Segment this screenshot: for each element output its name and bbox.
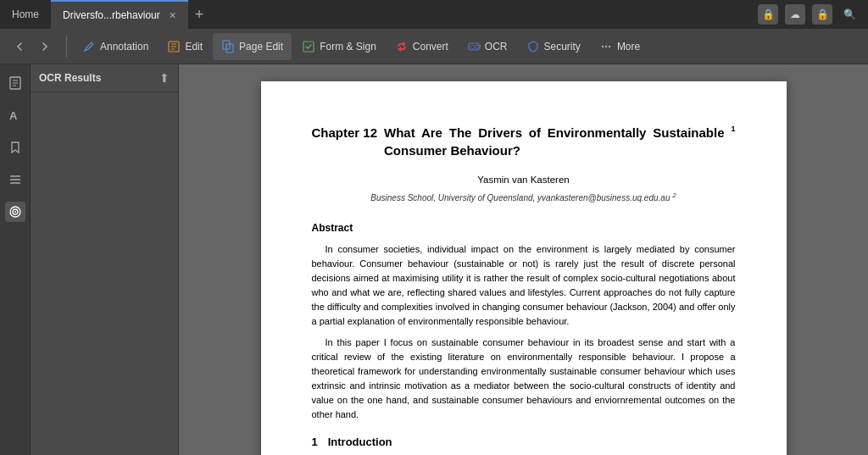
edit-label: Edit — [185, 41, 203, 53]
sidebar: A — [0, 64, 31, 455]
svg-point-6 — [602, 45, 604, 47]
document-area[interactable]: Chapter 12 What Are The Drivers of Envir… — [179, 64, 868, 455]
abstract-title: Abstract — [312, 220, 736, 236]
sidebar-page-icon[interactable] — [5, 73, 25, 93]
ocr-tool-button[interactable]: OCR OCR — [459, 33, 516, 60]
pen-icon — [82, 40, 96, 53]
abstract-para-1: In consumer societies, individual impact… — [312, 242, 736, 329]
tab-home-label: Home — [12, 8, 39, 20]
left-panel: OCR Results ⬆ — [31, 64, 179, 455]
ocr-label: OCR — [485, 41, 508, 53]
svg-point-8 — [609, 45, 610, 47]
abstract-para-2: In this paper I focus on sustainable con… — [312, 336, 736, 422]
toolbar-nav — [8, 36, 67, 58]
chapter-prefix: Chapter 12 — [312, 124, 378, 159]
svg-rect-3 — [303, 42, 314, 52]
tab-icon-group: 🔒 ☁ 🔒 🔍 — [758, 4, 868, 25]
page-edit-icon — [221, 40, 235, 53]
doc-author: Yasmin van Kasteren — [312, 173, 736, 187]
annotation-label: Annotation — [100, 41, 148, 53]
sidebar-text-icon[interactable]: A — [5, 105, 25, 125]
tab-add-button[interactable]: + — [188, 6, 211, 24]
form-sign-icon — [302, 40, 315, 53]
more-icon — [599, 40, 613, 53]
more-label: More — [617, 41, 640, 53]
intro-section: 1 Introduction — [312, 434, 736, 451]
chapter-title-text: What Are The Drivers of Environmentally … — [384, 124, 724, 159]
page-edit-tool-button[interactable]: Page Edit — [213, 33, 292, 60]
security-label: Security — [544, 41, 581, 53]
intro-title: Introduction — [328, 434, 392, 451]
panel-title: OCR Results — [39, 72, 101, 84]
panel-export-button[interactable]: ⬆ — [159, 71, 170, 85]
intro-number: 1 — [312, 434, 318, 451]
more-tool-button[interactable]: More — [591, 33, 648, 60]
panel-content — [31, 92, 178, 455]
toolbar: Annotation Edit Page Edit — [0, 29, 868, 64]
convert-tool-button[interactable]: Convert — [387, 33, 457, 60]
back-button[interactable] — [8, 36, 31, 58]
chapter-footnote: 1 — [731, 124, 735, 159]
sidebar-list-icon[interactable] — [5, 169, 25, 190]
svg-point-7 — [605, 45, 607, 47]
tab-home[interactable]: Home — [0, 0, 51, 29]
panel-header: OCR Results ⬆ — [31, 64, 178, 92]
convert-icon — [395, 40, 409, 53]
chapter-title: Chapter 12 What Are The Drivers of Envir… — [312, 124, 736, 159]
svg-text:A: A — [9, 109, 18, 122]
ocr-icon: OCR — [467, 40, 481, 53]
security-tool-button[interactable]: Security — [518, 33, 589, 60]
main-area: A OCR Results ⬆ — [0, 64, 868, 455]
doc-affiliation: Business School, University of Queenslan… — [312, 191, 736, 204]
forward-button[interactable] — [34, 36, 56, 58]
tab-doc-label: Driversfo...rbehaviour — [63, 9, 160, 21]
form-sign-label: Form & Sign — [320, 41, 376, 53]
edit-icon — [167, 40, 181, 53]
tab-bar: Home Driversfo...rbehaviour ✕ + 🔒 ☁ 🔒 🔍 — [0, 0, 868, 29]
annotation-tool-button[interactable]: Annotation — [74, 33, 157, 60]
document-page: Chapter 12 What Are The Drivers of Envir… — [261, 81, 787, 455]
lock-icon-btn[interactable]: 🔒 — [758, 4, 778, 25]
shield-icon-btn[interactable]: 🔒 — [812, 4, 832, 25]
toolbar-tools: Annotation Edit Page Edit — [74, 33, 860, 60]
tab-close-icon[interactable]: ✕ — [169, 10, 176, 21]
security-icon — [526, 40, 540, 53]
form-sign-tool-button[interactable]: Form & Sign — [293, 33, 385, 60]
sidebar-bookmark-icon[interactable] — [5, 137, 25, 158]
tab-doc[interactable]: Driversfo...rbehaviour ✕ — [51, 0, 188, 29]
cloud-icon-btn[interactable]: ☁ — [785, 4, 805, 25]
convert-label: Convert — [413, 41, 448, 53]
edit-tool-button[interactable]: Edit — [159, 33, 211, 60]
page-edit-label: Page Edit — [239, 41, 283, 53]
svg-text:OCR: OCR — [470, 44, 481, 50]
sidebar-ocr-icon[interactable] — [5, 202, 25, 222]
search-icon-btn[interactable]: 🔍 — [839, 4, 860, 25]
svg-point-13 — [14, 211, 16, 213]
